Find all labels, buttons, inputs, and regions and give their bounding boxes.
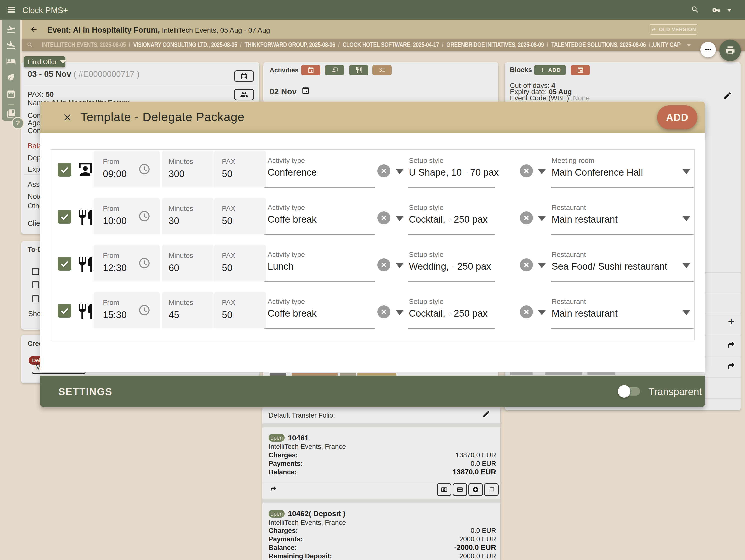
svg-text:$: $: [443, 488, 445, 492]
